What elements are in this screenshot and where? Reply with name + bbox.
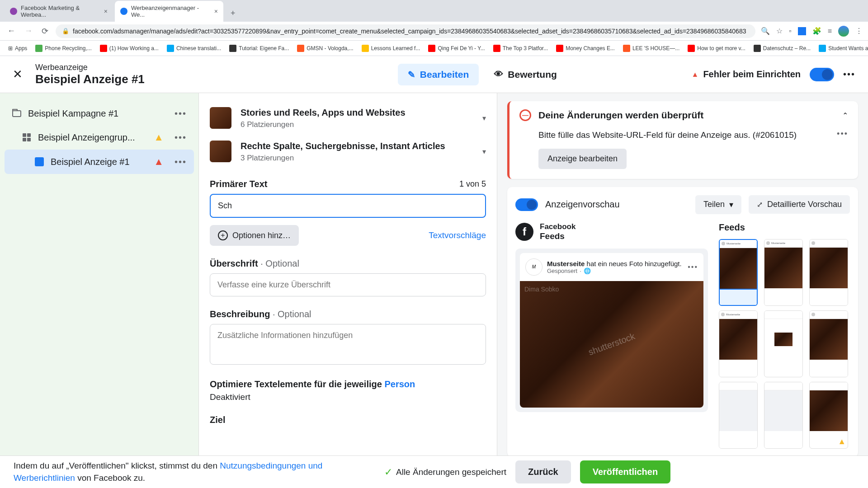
chevron-down-icon: ▾ xyxy=(729,200,733,210)
preview-thumb[interactable] xyxy=(719,382,758,449)
preview-thumb[interactable] xyxy=(809,239,848,306)
back-icon[interactable]: ← xyxy=(5,24,17,38)
placement-label: f Facebook Feeds xyxy=(515,222,708,241)
bookmark-icon xyxy=(297,45,304,52)
extensions-icon[interactable]: 🧩 xyxy=(812,27,821,35)
zoom-icon[interactable]: 🔍 xyxy=(761,27,770,35)
warning-triangle-icon: ▲ xyxy=(692,70,699,79)
adset-icon xyxy=(22,132,32,142)
tab-review[interactable]: 👁 Bewertung xyxy=(484,64,567,85)
warning-icon: ▲ xyxy=(154,131,164,143)
bookmarks-bar: ⊞Apps Phone Recycling,... (1) How Workin… xyxy=(0,41,868,56)
preview-thumb[interactable] xyxy=(764,382,803,449)
browser-tab[interactable]: Facebook Marketing & Werbea... × xyxy=(5,1,113,22)
tab-close-icon[interactable]: × xyxy=(214,8,218,15)
primary-text-input[interactable] xyxy=(210,194,486,218)
text-suggestions-link[interactable]: Textvorschläge xyxy=(429,230,486,240)
preview-thumb[interactable] xyxy=(764,310,803,377)
post-menu-icon[interactable]: ••• xyxy=(688,263,698,271)
preview-thumb[interactable]: ▲ xyxy=(809,382,848,449)
primary-text-counter: 1 von 5 xyxy=(459,179,486,189)
placement-thumbnail xyxy=(210,107,231,129)
add-options-button[interactable]: + Optionen hinz… xyxy=(210,225,299,246)
edit-ad-button[interactable]: Anzeige bearbeiten xyxy=(538,149,627,169)
bookmark-item[interactable]: Money Changes E... xyxy=(553,43,618,54)
new-tab-button[interactable]: + xyxy=(225,5,241,22)
browser-tab-active[interactable]: Werbeanzeigenmanager - We... × xyxy=(115,1,223,22)
pencil-icon: ✎ xyxy=(408,69,415,80)
bookmark-item[interactable]: Lessons Learned f... xyxy=(359,43,423,54)
reader-icon[interactable]: ≡ xyxy=(828,27,832,35)
bookmark-item[interactable]: GMSN - Vologda,... xyxy=(294,43,356,54)
preview-thumb[interactable] xyxy=(809,310,848,377)
placement-name: Feeds xyxy=(540,231,576,241)
setup-error-indicator[interactable]: ▲ Fehler beim Einrichten xyxy=(692,69,801,80)
cast-icon[interactable]: ▫ xyxy=(789,27,792,35)
publish-button[interactable]: Veröffentlichen xyxy=(580,460,670,483)
address-bar: ← → ⟳ 🔒 facebook.com/adsmanager/manage/a… xyxy=(0,22,868,41)
placement-group[interactable]: Stories und Reels, Apps und Websites 6 P… xyxy=(210,101,486,135)
share-button[interactable]: Teilen ▾ xyxy=(695,195,741,214)
globe-icon: 🌐 xyxy=(584,267,591,274)
profile-avatar[interactable] xyxy=(838,26,849,37)
error-card-header[interactable]: — Deine Änderungen werden überprüft ⌃ xyxy=(509,101,858,129)
tree-item-ad[interactable]: Beispiel Anzeige #1 ▲ ••• xyxy=(5,150,194,174)
forward-icon[interactable]: → xyxy=(23,24,34,38)
tree-item-campaign[interactable]: Beispiel Kampagne #1 ••• xyxy=(5,102,194,125)
url-input[interactable]: 🔒 facebook.com/adsmanager/manage/ads/edi… xyxy=(56,24,755,38)
header-tabs: ✎ Bearbeiten 👁 Bewertung xyxy=(398,64,567,85)
bookmark-item[interactable]: How to get more v... xyxy=(685,43,748,54)
menu-icon[interactable]: ⋮ xyxy=(855,27,863,35)
page-title: Beispiel Anzeige #1 xyxy=(35,72,145,86)
preview-toggle[interactable] xyxy=(515,198,538,211)
bookmark-item[interactable]: Qing Fei De Yi - Y... xyxy=(425,43,487,54)
bookmark-item[interactable]: LEE 'S HOUSE—... xyxy=(620,43,682,54)
close-button[interactable]: ✕ xyxy=(13,67,23,81)
eye-icon: 👁 xyxy=(494,69,503,80)
tab-edit[interactable]: ✎ Bearbeiten xyxy=(398,64,479,85)
more-menu-icon[interactable]: ••• xyxy=(843,69,855,80)
ad-preview-card: Anzeigenvorschau Teilen ▾ ⤢ Detaillierte… xyxy=(507,187,858,455)
reload-icon[interactable]: ⟳ xyxy=(40,24,50,38)
tree-item-adset[interactable]: Beispiel Anzeigengrup... ▲ ••• xyxy=(5,125,194,150)
more-icon[interactable]: ••• xyxy=(837,129,848,139)
bookmark-item[interactable]: The Top 3 Platfor... xyxy=(491,43,551,54)
error-title: Deine Änderungen werden überprüft xyxy=(538,110,835,121)
bookmark-item[interactable]: Chinese translati... xyxy=(164,43,224,54)
more-icon[interactable]: ••• xyxy=(175,157,187,167)
fb-extension-icon[interactable] xyxy=(798,27,806,35)
bookmark-icon xyxy=(493,45,500,52)
bookmark-item[interactable]: ⊞Apps xyxy=(5,43,30,53)
bookmark-icon xyxy=(35,45,42,52)
optimize-text-label: Optimiere Textelemente für die jeweilige… xyxy=(210,379,486,389)
bookmark-icon xyxy=(428,45,435,52)
warning-icon: ▲ xyxy=(838,437,846,446)
headline-input[interactable] xyxy=(210,273,486,296)
more-icon[interactable]: ••• xyxy=(175,132,187,143)
preview-thumb[interactable]: Musterseite xyxy=(719,310,758,377)
page-avatar: M xyxy=(525,258,542,276)
bookmark-item[interactable]: (1) How Working a... xyxy=(97,43,161,54)
lock-icon: 🔒 xyxy=(62,28,69,34)
back-button[interactable]: Zurück xyxy=(515,460,571,483)
star-icon[interactable]: ☆ xyxy=(776,27,783,35)
bookmark-item[interactable]: Datenschutz – Re... xyxy=(751,43,813,54)
detailed-preview-button[interactable]: ⤢ Detaillierte Vorschau xyxy=(749,195,850,214)
tab-favicon xyxy=(10,8,17,15)
bookmark-item[interactable]: Tutorial: Eigene Fa... xyxy=(226,43,292,54)
placement-group[interactable]: Rechte Spalte, Suchergebnisse, Instant A… xyxy=(210,135,486,168)
status-toggle[interactable] xyxy=(810,68,834,81)
more-icon[interactable]: ••• xyxy=(175,108,187,119)
ad-icon xyxy=(34,157,44,167)
bookmark-icon xyxy=(754,45,761,52)
placement-count: 3 Platzierungen xyxy=(241,154,473,163)
preview-thumb[interactable]: Musterseite xyxy=(719,239,758,306)
tab-close-icon[interactable]: × xyxy=(104,8,108,15)
tab-favicon xyxy=(120,8,127,15)
bookmark-item[interactable]: Student Wants an... xyxy=(816,43,868,54)
preview-thumb[interactable]: Musterseite xyxy=(764,239,803,306)
bookmark-item[interactable]: Phone Recycling,... xyxy=(33,43,94,54)
bookmark-icon xyxy=(623,45,630,52)
bookmark-icon xyxy=(167,45,174,52)
description-input[interactable] xyxy=(210,324,486,365)
